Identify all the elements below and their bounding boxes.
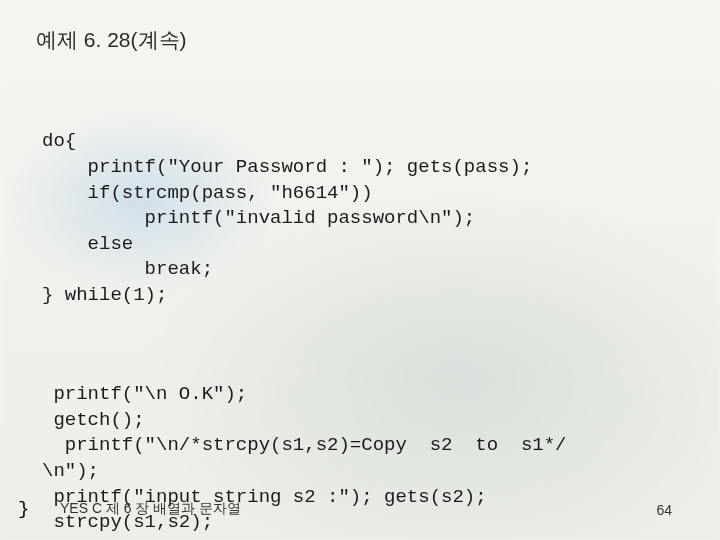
code-block-1: do{ printf("Your Password : "); gets(pas… [42,129,690,308]
slide-title: 예제 6. 28(계속) [36,26,187,54]
code-area: do{ printf("Your Password : "); gets(pas… [42,78,690,540]
slide: 예제 6. 28(계속) do{ printf("Your Password :… [0,0,720,540]
page-number: 64 [656,502,672,518]
closing-brace: } [18,498,29,520]
footer-text: YES C 제 6 장 배열과 문자열 [60,500,241,518]
